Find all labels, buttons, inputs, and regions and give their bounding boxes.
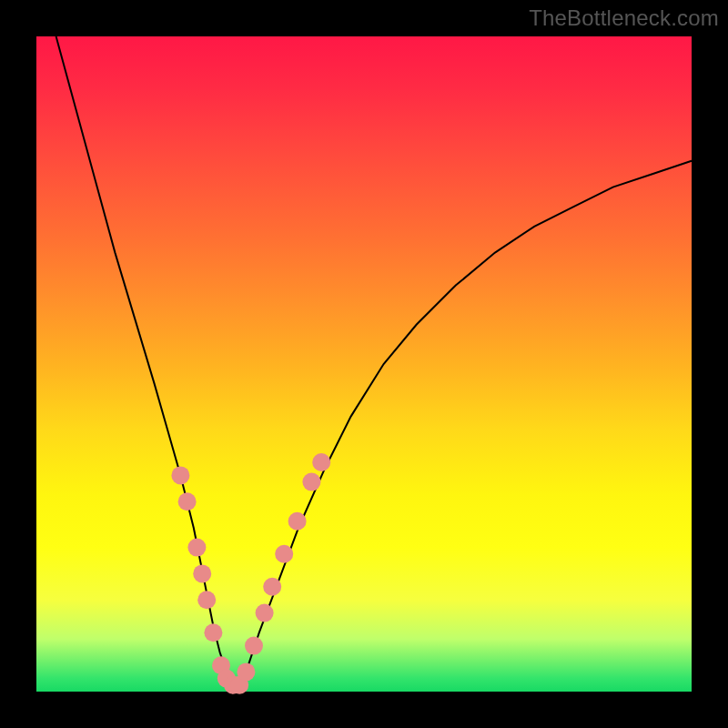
data-marker [204,623,222,642]
watermark-text: TheBottleneck.com [529,5,719,31]
data-marker [302,473,320,491]
data-marker [187,539,206,557]
curve-right-branch [233,161,692,685]
data-marker [171,466,189,484]
plot-area [36,36,692,692]
data-marker [275,545,293,563]
data-marker [197,591,216,609]
data-marker [237,662,255,681]
data-marker [312,453,330,471]
curve-left-branch [56,36,233,685]
data-marker [288,512,307,531]
curve-layer [36,36,692,692]
chart-stage: TheBottleneck.com [0,0,728,728]
data-marker [245,637,263,655]
data-marker [256,604,274,622]
data-marker [193,564,211,582]
data-marker [263,578,281,596]
data-marker [178,492,197,511]
